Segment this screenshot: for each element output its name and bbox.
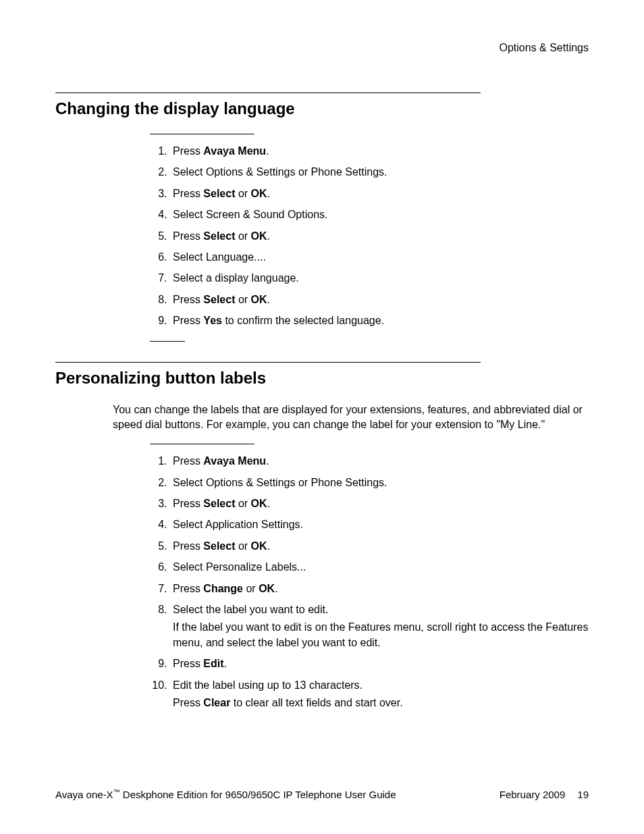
step-item: Press Change or OK.	[170, 581, 589, 596]
section-divider	[55, 362, 481, 363]
step-subtext: Press Clear to clear all text fields and…	[173, 696, 589, 710]
step-item: Press Select or OK.	[170, 539, 589, 554]
step-item: Press Avaya Menu.	[170, 454, 589, 469]
steps-intro-rule	[150, 444, 254, 444]
step-item: Press Select or OK.	[170, 186, 589, 201]
steps-end-rule	[150, 341, 185, 342]
step-item: Press Select or OK.	[170, 292, 589, 307]
document-page: Options & Settings Changing the display …	[0, 0, 644, 834]
steps-list-2: Press Avaya Menu.Select Options & Settin…	[140, 454, 589, 710]
footer-suffix: Deskphone Edition for 9650/9650C IP Tele…	[120, 789, 396, 800]
footer-tm: ™	[113, 788, 120, 796]
step-item: Select Options & Settings or Phone Setti…	[170, 475, 589, 490]
section-heading-2: Personalizing button labels	[55, 367, 589, 390]
step-item: Select Options & Settings or Phone Setti…	[170, 165, 589, 180]
steps-intro-rule	[150, 134, 254, 134]
step-item: Press Avaya Menu.	[170, 144, 589, 159]
step-subtext: If the label you want to edit is on the …	[173, 620, 589, 650]
step-item: Select a display language.	[170, 271, 589, 286]
step-item: Press Select or OK.	[170, 229, 589, 244]
page-footer: Avaya one-X™ Deskphone Edition for 9650/…	[55, 787, 589, 802]
footer-guide-title: Avaya one-X™ Deskphone Edition for 9650/…	[55, 787, 396, 802]
step-item: Press Edit.	[170, 656, 589, 671]
section-divider	[55, 93, 481, 93]
footer-date: February 2009	[500, 787, 566, 802]
step-item: Press Yes to confirm the selected langua…	[170, 313, 589, 328]
section-intro: You can change the labels that are displ…	[113, 402, 589, 432]
header-category: Options & Settings	[55, 41, 589, 55]
step-item: Select Personalize Labels...	[170, 560, 589, 575]
footer-page-number: 19	[577, 787, 589, 802]
section-heading-1: Changing the display language	[55, 97, 589, 120]
step-item: Edit the label using up to 13 characters…	[170, 678, 589, 711]
step-item: Select Language....	[170, 250, 589, 265]
steps-list-1: Press Avaya Menu.Select Options & Settin…	[140, 144, 589, 329]
step-item: Select the label you want to edit.If the…	[170, 602, 589, 650]
footer-right: February 2009 19	[500, 787, 589, 802]
footer-prefix: Avaya one-X	[55, 789, 113, 800]
step-item: Select Application Settings.	[170, 517, 589, 532]
step-item: Press Select or OK.	[170, 496, 589, 511]
step-item: Select Screen & Sound Options.	[170, 207, 589, 222]
